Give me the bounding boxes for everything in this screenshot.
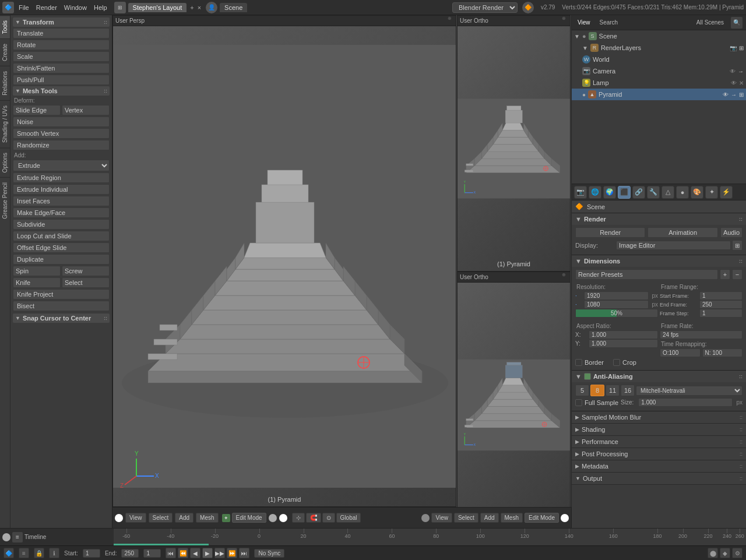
- outliner-lamp[interactable]: 💡 Lamp 👁 ✕: [572, 77, 746, 89]
- menu-help[interactable]: Help: [94, 4, 107, 11]
- vp-bottom-right-body[interactable]: X Y (1) Pyramid: [458, 283, 570, 527]
- aspect-x-field[interactable]: 1.000: [589, 330, 658, 339]
- prev-btn[interactable]: ◀: [190, 548, 200, 558]
- shrink-fatten-btn[interactable]: Shrink/Fatten: [13, 63, 110, 73]
- rotate-btn[interactable]: Rotate: [13, 40, 110, 50]
- smooth-vertex-btn[interactable]: Smooth Vertex: [13, 128, 110, 139]
- scale-btn[interactable]: Scale: [13, 51, 110, 62]
- snap-cursor-header[interactable]: ▼ Snap Cursor to Center ::: [13, 314, 110, 323]
- status-settings-icon[interactable]: ⚙: [732, 548, 743, 558]
- global-btn[interactable]: Global: [336, 513, 361, 523]
- props-scene-icon[interactable]: 🌐: [589, 186, 601, 199]
- crop-chk[interactable]: [613, 359, 620, 366]
- subdivide-btn[interactable]: Subdivide: [13, 219, 110, 230]
- aspect-y-field[interactable]: 1.000: [589, 339, 658, 348]
- loop-cut-slide-btn[interactable]: Loop Cut and Slide: [13, 231, 110, 241]
- time-o-field[interactable]: O:100: [660, 348, 701, 357]
- status-diamond-icon[interactable]: ◆: [720, 548, 730, 558]
- percent-bar[interactable]: 50%: [575, 309, 658, 318]
- mesh-tools-section-header[interactable]: ▼ Mesh Tools ::: [13, 86, 110, 96]
- tab-tools[interactable]: Tools: [0, 15, 10, 38]
- outliner-search-btn[interactable]: Search: [597, 19, 621, 26]
- render-btn[interactable]: Render: [575, 227, 645, 238]
- lamp-eye[interactable]: 👁: [731, 80, 737, 86]
- res-x-field[interactable]: 1920: [584, 291, 649, 300]
- animation-btn[interactable]: Animation: [648, 227, 717, 238]
- size-val[interactable]: 1.000: [638, 398, 733, 407]
- res-y-field[interactable]: 1080: [584, 300, 649, 309]
- status-lock-icon[interactable]: 🔒: [34, 548, 44, 558]
- end-frame-status[interactable]: 250: [121, 549, 139, 558]
- end-frame-field[interactable]: 250: [699, 300, 743, 309]
- make-edge-face-btn[interactable]: Make Edge/Face: [13, 207, 110, 218]
- start-frame-status[interactable]: 1: [83, 549, 100, 558]
- viewport-bottom-right[interactable]: User Ortho ⊕: [457, 272, 571, 528]
- display-expand-icon[interactable]: ⊞: [732, 240, 743, 251]
- offset-edge-slide-btn[interactable]: Offset Edge Slide: [13, 242, 110, 253]
- dimensions-header[interactable]: ▼ Dimensions ::: [572, 255, 746, 267]
- next-btn[interactable]: ▶▶: [214, 548, 225, 558]
- tab-create[interactable]: Create: [0, 38, 10, 66]
- inset-faces-btn[interactable]: Inset Faces: [13, 196, 110, 206]
- extrude-select[interactable]: Extrude: [13, 160, 110, 171]
- proportional-btn[interactable]: ⊙: [322, 513, 335, 523]
- border-chk[interactable]: [575, 359, 582, 366]
- props-object-icon[interactable]: ⬛: [618, 186, 631, 199]
- vp-bar-select-right[interactable]: Select: [454, 513, 478, 523]
- shading-section[interactable]: ▶ Shading ::: [572, 424, 746, 436]
- extrude-region-btn[interactable]: Extrude Region: [13, 172, 110, 183]
- randomize-btn[interactable]: Randomize: [13, 140, 110, 150]
- vp-bottom-right-resize[interactable]: ⊕: [562, 272, 570, 280]
- mode-select[interactable]: Edit Mode: [232, 513, 266, 523]
- vertex-btn[interactable]: Vertex: [62, 105, 110, 115]
- status-blender-icon[interactable]: 🔷: [3, 548, 14, 558]
- menu-file[interactable]: File: [19, 4, 29, 11]
- next-frame-btn[interactable]: ⏩: [227, 548, 237, 558]
- jump-end-btn[interactable]: ⏭: [239, 548, 249, 558]
- outliner-camera[interactable]: 📷 Camera 👁 →: [572, 65, 746, 77]
- viewport-top-right[interactable]: User Ortho ⊕: [457, 15, 571, 272]
- aa-enabled-chk[interactable]: [584, 373, 591, 380]
- pyramid-view-icon[interactable]: 👁: [723, 91, 729, 98]
- aa-8-btn[interactable]: 8: [590, 385, 604, 396]
- timeline-ruler[interactable]: -60 -40 -20 0 20 40 60 80 100 120 140 16…: [114, 529, 746, 545]
- prev-frame-btn[interactable]: ⏪: [178, 548, 188, 558]
- performance-section[interactable]: ▶ Performance ::: [572, 436, 746, 448]
- transform-section-header[interactable]: ▼ Transform ::: [13, 17, 110, 27]
- audio-btn[interactable]: Audio: [720, 227, 743, 238]
- current-frame-status[interactable]: 1: [143, 549, 161, 558]
- noise-btn[interactable]: Noise: [13, 117, 110, 127]
- viewport-left[interactable]: User Persp ⊕: [112, 15, 456, 507]
- sync-select[interactable]: No Sync: [254, 549, 284, 558]
- jump-start-btn[interactable]: ⏮: [166, 548, 176, 558]
- knife-project-btn[interactable]: Knife Project: [13, 289, 110, 300]
- props-material-icon[interactable]: ●: [676, 186, 689, 199]
- presets-remove-btn[interactable]: −: [732, 269, 743, 280]
- vp-bar-mesh-btn[interactable]: Mesh: [196, 513, 218, 523]
- aa-16-btn[interactable]: 16: [621, 385, 635, 396]
- outliner-search-icon[interactable]: 🔍: [731, 17, 743, 29]
- vp-bar-add-right[interactable]: Add: [480, 513, 499, 523]
- play-btn[interactable]: ▶: [202, 548, 213, 558]
- props-particles-icon[interactable]: ✦: [705, 186, 718, 199]
- vp-bar-view-btn[interactable]: View: [125, 513, 146, 523]
- transform-orient-btn[interactable]: ⊹: [292, 513, 305, 523]
- outliner-view-btn[interactable]: View: [575, 19, 593, 26]
- layout-tab[interactable]: Stephen's Layout: [128, 3, 187, 12]
- translate-btn[interactable]: Translate: [13, 28, 110, 38]
- vp-left-resize[interactable]: ⊕: [448, 16, 456, 24]
- post-processing-section[interactable]: ▶ Post Processing ::: [572, 448, 746, 460]
- render-engine-select[interactable]: Blender Render: [452, 2, 518, 13]
- vp-left-body[interactable]: X Y Z (1) Pyramid: [113, 26, 456, 506]
- start-frame-field[interactable]: 1: [699, 291, 743, 300]
- vp-bar-mesh-right[interactable]: Mesh: [501, 513, 523, 523]
- add-tab-btn[interactable]: +: [190, 4, 193, 11]
- sampled-motion-blur-section[interactable]: ▶ Sampled Motion Blur ::: [572, 411, 746, 424]
- camera-eye[interactable]: 👁: [730, 68, 736, 75]
- bisect-btn[interactable]: Bisect: [13, 301, 110, 311]
- metadata-section[interactable]: ▶ Metadata ::: [572, 460, 746, 473]
- status-info-icon[interactable]: ℹ: [49, 548, 59, 558]
- timeline-view-btn[interactable]: ≡: [12, 532, 23, 543]
- select-btn[interactable]: Select: [62, 277, 110, 288]
- props-world-icon[interactable]: 🌍: [603, 186, 616, 199]
